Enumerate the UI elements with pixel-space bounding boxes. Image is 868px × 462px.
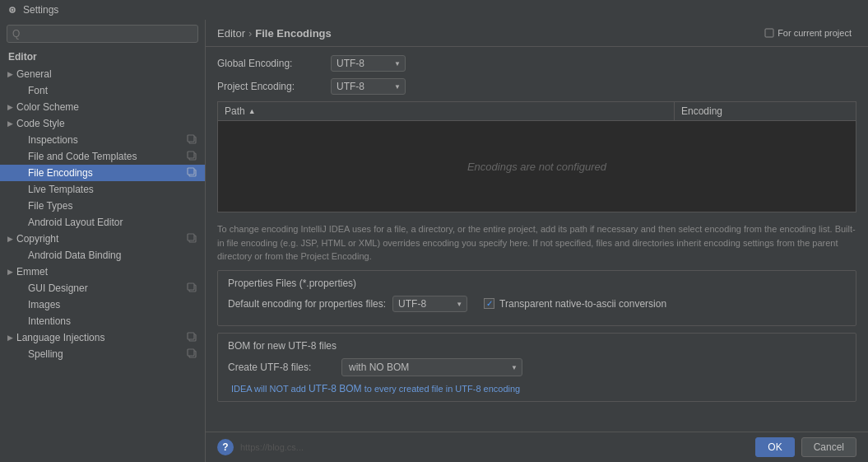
sidebar-item-language-injections[interactable]: ▶ Language Injections [0,329,205,346]
ok-label: OK [768,441,782,453]
create-utf8-row: Create UTF-8 files: with NO BOM with BOM [228,358,846,376]
sidebar-item-inspections[interactable]: Inspections [0,132,205,148]
svg-rect-7 [188,168,194,175]
sidebar-item-gui-designer[interactable]: GUI Designer [0,280,205,296]
sidebar-item-label: File and Code Templates [28,151,187,162]
table-encoding-header: Encoding [675,102,856,120]
sidebar-item-label: Live Templates [28,184,198,195]
sidebar-item-copyright[interactable]: ▶ Copyright [0,231,205,247]
sidebar-item-color-scheme[interactable]: ▶ Color Scheme [0,99,205,115]
sidebar-item-label: Code Style [16,118,198,129]
ok-button[interactable]: OK [755,437,794,457]
chevron-right-icon: ▶ [5,234,15,244]
sidebar-item-emmet[interactable]: ▶ Emmet [0,264,205,280]
for-project-label: For current project [777,28,852,38]
properties-section: Properties Files (*.properties) Default … [217,270,856,326]
bom-select-wrapper: with NO BOM with BOM [341,358,522,376]
sidebar-item-label: File Types [28,200,198,212]
sidebar-item-file-types[interactable]: File Types [0,198,205,214]
copy-icon [187,348,198,360]
chevron-right-icon: ▶ [5,69,15,79]
project-encoding-select-wrapper: UTF-8 UTF-16 ISO-8859-1 [331,78,406,95]
main-panel: Editor › File Encodings For current proj… [206,20,868,462]
settings-icon [7,4,18,16]
bom-select[interactable]: with NO BOM with BOM [341,358,522,376]
search-input[interactable] [7,25,198,43]
encoding-table: Path ▲ Encoding Encodings are not config… [217,101,856,212]
svg-rect-5 [188,152,194,158]
sidebar: Editor ▶ General Font ▶ Color Scheme ▶ C… [0,20,206,462]
help-button[interactable]: ? [217,439,234,455]
transparent-conversion-checkbox[interactable] [484,298,494,309]
footer-url: https://blog.cs... [240,442,749,452]
main-content: Global Encoding: UTF-8 UTF-16 ISO-8859-1… [206,47,868,432]
sidebar-item-label: Android Data Binding [28,250,198,261]
svg-rect-13 [188,333,194,339]
sidebar-item-file-and-code-templates[interactable]: File and Code Templates [0,148,205,165]
checkbox-icon [764,28,774,38]
settings-window: Settings Editor ▶ General Font ▶ Color S… [0,0,868,462]
chevron-right-icon: ▶ [5,267,15,277]
chevron-right-icon: ▶ [5,102,15,112]
copy-icon [187,151,198,162]
chevron-right-icon: ▶ [5,119,15,128]
breadcrumb-separator: › [248,27,252,40]
copy-icon [187,282,198,294]
titlebar: Settings [0,0,868,20]
titlebar-title: Settings [23,4,58,16]
copy-icon [187,233,198,245]
chevron-right-icon: ▶ [5,333,15,343]
footer: ? https://blog.cs... OK Cancel [206,432,868,462]
sidebar-item-label: Android Layout Editor [28,217,198,228]
sidebar-item-label: GUI Designer [28,282,187,294]
global-encoding-select-wrapper: UTF-8 UTF-16 ISO-8859-1 [331,55,406,72]
table-header: Path ▲ Encoding [218,102,856,121]
sidebar-item-file-encodings[interactable]: File Encodings [0,165,205,181]
create-utf8-label: Create UTF-8 files: [228,362,335,373]
bom-info-link: UTF-8 BOM [309,383,362,394]
global-encoding-label: Global Encoding: [217,58,324,69]
sidebar-item-font[interactable]: Font [0,82,205,99]
transparent-conversion-row: Transparent native-to-ascii conversion [484,298,666,310]
breadcrumb-current: File Encodings [255,27,331,40]
sidebar-item-label: Intentions [28,315,198,327]
sidebar-item-images[interactable]: Images [0,296,205,313]
sort-asc-icon: ▲ [248,107,256,115]
bom-section: BOM for new UTF-8 files Create UTF-8 fil… [217,333,856,402]
global-encoding-select[interactable]: UTF-8 UTF-16 ISO-8859-1 [331,55,406,72]
breadcrumb: Editor › File Encodings [217,27,754,40]
sidebar-item-label: Emmet [16,266,198,278]
svg-rect-11 [188,283,194,290]
copy-icon [187,332,198,343]
bom-info-suffix: to every created file in UTF-8 encoding [362,384,521,394]
sidebar-item-code-style[interactable]: ▶ Code Style [0,115,205,132]
svg-rect-15 [188,349,194,356]
sidebar-item-android-data-binding[interactable]: Android Data Binding [0,247,205,264]
help-label: ? [222,441,228,453]
copy-icon [187,134,198,146]
cancel-button[interactable]: Cancel [801,437,856,457]
sidebar-item-intentions[interactable]: Intentions [0,313,205,329]
transparent-conversion-label: Transparent native-to-ascii conversion [499,298,666,310]
default-encoding-label: Default encoding for properties files: [228,298,386,310]
sidebar-item-label: Font [28,85,198,96]
sidebar-item-android-layout-editor[interactable]: Android Layout Editor [0,214,205,231]
for-current-project-button[interactable]: For current project [759,26,856,40]
sidebar-item-label: Color Scheme [16,101,198,113]
bom-info-prefix: IDEA will NOT add [231,384,309,394]
copy-icon [187,167,198,179]
sidebar-item-spelling[interactable]: Spelling [0,346,205,362]
svg-point-1 [12,9,14,12]
project-encoding-select[interactable]: UTF-8 UTF-16 ISO-8859-1 [331,78,406,95]
sidebar-item-live-templates[interactable]: Live Templates [0,181,205,198]
properties-encoding-select-wrapper: UTF-8 UTF-16 ISO-8859-1 [392,296,467,312]
svg-rect-9 [188,234,194,240]
project-encoding-label: Project Encoding: [217,81,324,92]
sidebar-item-label: Copyright [16,233,187,245]
editor-section-label: Editor [0,48,205,66]
properties-section-title: Properties Files (*.properties) [228,278,846,289]
properties-encoding-select[interactable]: UTF-8 UTF-16 ISO-8859-1 [392,296,467,312]
main-header: Editor › File Encodings For current proj… [206,20,868,47]
sidebar-item-general[interactable]: ▶ General [0,66,205,82]
svg-rect-3 [188,135,194,142]
